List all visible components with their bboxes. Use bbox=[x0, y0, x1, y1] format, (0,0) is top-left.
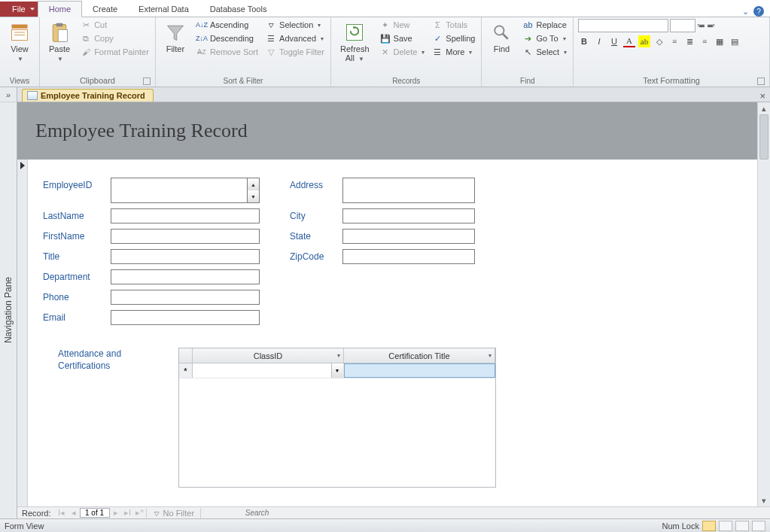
document-tab-bar: Employee Training Record × bbox=[17, 87, 770, 102]
subform-certtitle-cell[interactable] bbox=[344, 363, 496, 378]
phone-input[interactable] bbox=[111, 290, 260, 305]
scroll-down-icon[interactable]: ▾ bbox=[758, 494, 770, 506]
format-painter-button[interactable]: 🖌Format Painter bbox=[79, 46, 151, 58]
new-record-button[interactable]: ✦New bbox=[379, 19, 427, 31]
layout-view-button[interactable] bbox=[735, 521, 749, 531]
delete-record-button[interactable]: ✕Delete▾ bbox=[379, 46, 427, 58]
first-record-button[interactable]: I◂ bbox=[56, 508, 68, 518]
combo-up-icon[interactable]: ▲ bbox=[248, 178, 259, 190]
save-record-button[interactable]: 💾Save bbox=[379, 32, 427, 44]
view-button[interactable]: View▼ bbox=[5, 19, 35, 67]
sort-desc-icon: Z↓A bbox=[196, 33, 207, 44]
address-input[interactable] bbox=[342, 178, 475, 203]
label-lastname: LastName bbox=[43, 208, 103, 221]
refresh-all-button[interactable]: Refresh All ▼ bbox=[336, 19, 374, 67]
ribbon-tabs: File Home Create External Data Database … bbox=[0, 0, 770, 17]
alt-row-color-button[interactable]: ▤ bbox=[729, 35, 741, 47]
fill-color-button[interactable]: ◇ bbox=[653, 35, 665, 47]
email-input[interactable] bbox=[111, 310, 260, 325]
form-view-button[interactable] bbox=[702, 521, 716, 531]
textfmt-dialog-launcher[interactable] bbox=[757, 78, 765, 85]
spelling-button[interactable]: ✓Spelling bbox=[431, 32, 476, 44]
brush-icon: 🖌 bbox=[81, 47, 91, 57]
minimize-ribbon-icon[interactable]: ⌄ bbox=[742, 7, 749, 17]
align-left-button[interactable]: ≡ bbox=[668, 35, 680, 47]
label-firstname: FirstName bbox=[43, 229, 103, 242]
new-record-nav-button[interactable]: ▸* bbox=[134, 508, 146, 518]
form-area: Employee Training Record EmployeeID ▲▼ L… bbox=[17, 102, 770, 506]
close-document-button[interactable]: × bbox=[755, 90, 770, 102]
record-position-input[interactable] bbox=[80, 508, 110, 518]
gridlines-button[interactable]: ▦ bbox=[714, 35, 726, 47]
datasheet-view-button[interactable] bbox=[719, 521, 732, 531]
record-search-input[interactable] bbox=[200, 508, 313, 518]
new-row-indicator[interactable]: * bbox=[179, 363, 193, 378]
scroll-up-icon[interactable]: ▴ bbox=[758, 102, 770, 114]
subform-classid-cell[interactable]: ▼ bbox=[193, 363, 344, 378]
align-right-button[interactable]: ≡ bbox=[698, 35, 711, 47]
more-icon: ☰ bbox=[432, 47, 443, 57]
state-input[interactable] bbox=[342, 229, 475, 244]
city-input[interactable] bbox=[342, 208, 475, 223]
next-record-button[interactable]: ▸ bbox=[110, 508, 122, 518]
totals-button[interactable]: ΣTotals bbox=[431, 19, 476, 31]
combo-down-icon[interactable]: ▼ bbox=[248, 190, 259, 202]
bullets-icon[interactable]: ≔ bbox=[697, 21, 705, 31]
tab-external-data[interactable]: External Data bbox=[128, 2, 199, 17]
svg-rect-0 bbox=[12, 25, 28, 29]
record-label: Record: bbox=[17, 509, 56, 518]
subform-select-all[interactable] bbox=[179, 348, 193, 363]
tab-home[interactable]: Home bbox=[38, 1, 82, 17]
italic-button[interactable]: I bbox=[593, 35, 605, 47]
title-input[interactable] bbox=[111, 249, 260, 264]
toggle-filter-button[interactable]: ▽Toggle Filter bbox=[264, 46, 326, 58]
font-size-input[interactable] bbox=[670, 19, 695, 32]
font-name-input[interactable] bbox=[578, 19, 668, 32]
advanced-button[interactable]: ☰Advanced▾ bbox=[264, 32, 326, 44]
scroll-thumb[interactable] bbox=[759, 114, 768, 160]
replace-button[interactable]: abReplace bbox=[521, 19, 568, 31]
help-icon[interactable]: ? bbox=[753, 6, 764, 17]
descending-button[interactable]: Z↓ADescending bbox=[195, 32, 260, 44]
firstname-input[interactable] bbox=[111, 229, 260, 244]
label-address: Address bbox=[290, 178, 335, 190]
remove-sort-button[interactable]: A̶ZRemove Sort bbox=[195, 46, 260, 58]
highlight-button[interactable]: ab bbox=[638, 35, 650, 47]
vertical-scrollbar[interactable]: ▴ ▾ bbox=[757, 102, 770, 506]
bold-button[interactable]: B bbox=[578, 35, 590, 47]
record-selector[interactable] bbox=[17, 160, 28, 506]
clipboard-dialog-launcher[interactable] bbox=[143, 78, 151, 85]
tab-create[interactable]: Create bbox=[82, 2, 128, 17]
subform-col-certtitle[interactable]: Certification Title▾ bbox=[344, 348, 495, 363]
paste-button[interactable]: Paste▼ bbox=[44, 19, 75, 67]
subform-col-classid[interactable]: ClassID▾ bbox=[193, 348, 344, 363]
filter-icon: 🜄 bbox=[153, 509, 161, 518]
prev-record-button[interactable]: ◂ bbox=[68, 508, 80, 518]
numbering-icon[interactable]: ≕ bbox=[707, 21, 715, 31]
align-center-button[interactable]: ≣ bbox=[683, 35, 695, 47]
filter-button[interactable]: Filter bbox=[160, 19, 190, 56]
last-record-button[interactable]: ▸I bbox=[122, 508, 134, 518]
goto-button[interactable]: ➔Go To▾ bbox=[521, 32, 568, 44]
tab-file[interactable]: File bbox=[0, 2, 38, 17]
remove-sort-icon: A̶Z bbox=[196, 47, 207, 57]
find-button[interactable]: Find bbox=[486, 19, 516, 56]
select-button[interactable]: ↖Select▾ bbox=[521, 46, 568, 58]
cut-button[interactable]: ✂Cut bbox=[79, 19, 151, 31]
expand-nav-pane-button[interactable]: » bbox=[0, 87, 17, 102]
font-color-button[interactable]: A bbox=[623, 35, 635, 47]
copy-button[interactable]: ⧉Copy bbox=[79, 32, 151, 44]
more-button[interactable]: ☰More▾ bbox=[431, 46, 476, 58]
design-view-button[interactable] bbox=[752, 521, 765, 531]
department-input[interactable] bbox=[111, 269, 260, 284]
filter-indicator[interactable]: 🜄No Filter bbox=[146, 509, 201, 518]
tab-database-tools[interactable]: Database Tools bbox=[199, 2, 278, 17]
ascending-button[interactable]: A↓ZAscending bbox=[195, 19, 260, 31]
zipcode-input[interactable] bbox=[342, 249, 475, 264]
underline-button[interactable]: U bbox=[608, 35, 620, 47]
employeeid-combo[interactable]: ▲▼ bbox=[111, 178, 260, 203]
chevron-down-icon[interactable]: ▼ bbox=[331, 363, 343, 378]
lastname-input[interactable] bbox=[111, 208, 260, 223]
document-tab[interactable]: Employee Training Record bbox=[22, 89, 154, 102]
selection-button[interactable]: 🜄Selection▾ bbox=[264, 19, 326, 31]
